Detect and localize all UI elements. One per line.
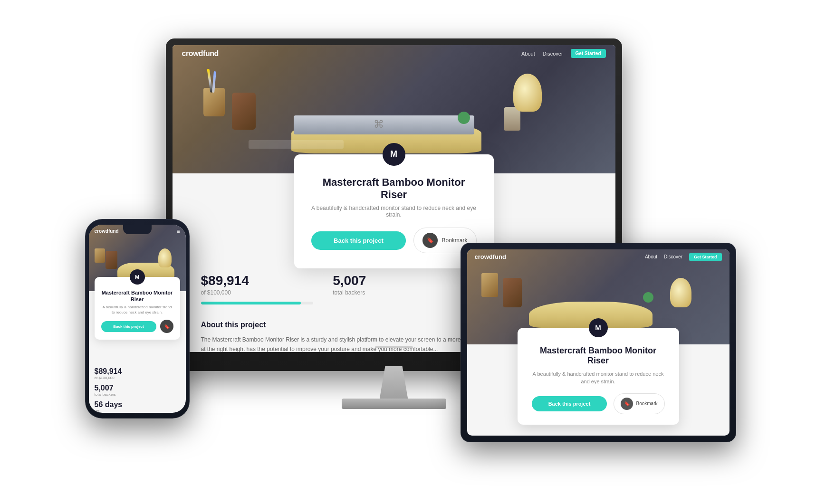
- phone-desk-cup: [95, 248, 105, 263]
- tablet-screen: crowdfund About Discover Get Started M M…: [467, 249, 729, 436]
- scrollbar[interactable]: [375, 346, 413, 348]
- phone-stat-backers: 5,007 total backers: [95, 384, 180, 397]
- hamburger-icon[interactable]: ≡: [176, 228, 180, 235]
- tablet-desk-speaker: [503, 278, 522, 307]
- phone-bezel: crowdfund ≡ M Mastercraft Bamboo Monitor…: [85, 219, 190, 418]
- tablet-bookmark-icon: 🔖: [621, 398, 633, 410]
- phone-back-button[interactable]: Back this project: [101, 321, 156, 332]
- tablet-bookmark-button[interactable]: 🔖 Bookmark: [614, 393, 664, 414]
- stat-backers: 5,007 total backers: [323, 273, 455, 304]
- nav-discover[interactable]: Discover: [543, 51, 563, 57]
- phone-backers-value: 5,007: [95, 384, 180, 392]
- scene: ⌘ crowdfund: [85, 38, 750, 466]
- nav-about[interactable]: About: [521, 51, 535, 57]
- tablet-project-subtitle: A beautifully & handcrafted monitor stan…: [532, 370, 665, 386]
- phone-amount-label: of $100,000: [95, 376, 180, 380]
- desk-speaker: [232, 93, 256, 130]
- desktop-nav: crowdfund About Discover Get Started: [173, 45, 615, 62]
- desk-bulb: [513, 74, 542, 112]
- phone-project-title: Mastercraft Bamboo Monitor Riser: [101, 289, 173, 303]
- apple-logo-laptop: ⌘: [372, 118, 385, 131]
- tablet-card-actions: Back this project 🔖 Bookmark: [532, 393, 665, 414]
- tablet-avatar: M: [589, 318, 608, 337]
- tablet-desk-bulb: [670, 278, 691, 307]
- amount-value: $89,914: [201, 273, 314, 288]
- phone-desk-bulb: [158, 248, 172, 267]
- tablet-project-card: M Mastercraft Bamboo Monitor Riser A bea…: [518, 328, 679, 425]
- tablet-desk-monster: [643, 292, 653, 303]
- desk-monster: [458, 112, 470, 124]
- tablet-back-button[interactable]: Back this project: [532, 396, 607, 411]
- phone-avatar: M: [130, 269, 145, 285]
- mobile-phone: crowdfund ≡ M Mastercraft Bamboo Monitor…: [85, 219, 190, 418]
- phone-project-subtitle: A beautifully & handcrafted monitor stan…: [101, 304, 173, 315]
- tablet-nav-cta[interactable]: Get Started: [689, 253, 722, 261]
- monitor-stand-base: [342, 399, 446, 409]
- backers-label: total backers: [333, 289, 445, 296]
- amount-label: of $100,000: [201, 289, 314, 296]
- phone-stat-amount: $89,914 of $100,000: [95, 367, 180, 380]
- back-project-button[interactable]: Back this project: [311, 231, 406, 250]
- tablet-nav-discover[interactable]: Discover: [664, 254, 682, 259]
- progress-bar: [201, 302, 314, 304]
- phone-desk-speaker: [106, 251, 117, 269]
- phone-nav: crowdfund ≡: [89, 225, 186, 238]
- tablet: crowdfund About Discover Get Started M M…: [461, 243, 736, 442]
- backers-value: 5,007: [333, 273, 445, 288]
- phone-days-value: 56 days: [95, 400, 180, 409]
- tablet-logo: crowdfund: [475, 253, 506, 260]
- phone-project-card: M Mastercraft Bamboo Monitor Riser A bea…: [95, 277, 180, 340]
- phone-days-label: left: [95, 409, 180, 413]
- nav-cta-button[interactable]: Get Started: [571, 49, 606, 58]
- tablet-nav: crowdfund About Discover Get Started: [467, 249, 729, 265]
- tablet-bezel: crowdfund About Discover Get Started M M…: [461, 243, 736, 442]
- project-avatar: M: [383, 143, 405, 166]
- stat-amount: $89,914 of $100,000: [201, 273, 324, 304]
- phone-stats: $89,914 of $100,000 5,007 total backers …: [95, 367, 180, 413]
- phone-card-actions: Back this project 🔖: [101, 320, 173, 333]
- phone-backers-label: total backers: [95, 392, 180, 397]
- desktop-logo: crowdfund: [182, 49, 219, 58]
- tablet-project-title: Mastercraft Bamboo Monitor Riser: [532, 346, 665, 366]
- phone-amount-value: $89,914: [95, 367, 180, 376]
- phone-stat-days: 56 days left: [95, 400, 180, 413]
- tablet-desk-cup: [481, 273, 498, 297]
- project-title: Mastercraft Bamboo Monitor Riser: [311, 176, 477, 201]
- phone-bookmark-button[interactable]: 🔖: [160, 320, 173, 333]
- project-subtitle: A beautifully & handcrafted monitor stan…: [311, 205, 477, 218]
- phone-logo: crowdfund: [95, 228, 119, 234]
- phone-screen: crowdfund ≡ M Mastercraft Bamboo Monitor…: [89, 225, 186, 413]
- card-actions: Back this project 🔖 Bookmark: [311, 228, 477, 253]
- nav-links: About Discover Get Started: [521, 49, 605, 58]
- monitor-stand-neck: [380, 366, 408, 399]
- desk-keyboard: [249, 140, 344, 149]
- tablet-nav-links: About Discover Get Started: [645, 253, 722, 261]
- bookmark-icon: 🔖: [422, 233, 438, 248]
- tablet-nav-about[interactable]: About: [645, 254, 657, 259]
- progress-fill: [201, 302, 301, 304]
